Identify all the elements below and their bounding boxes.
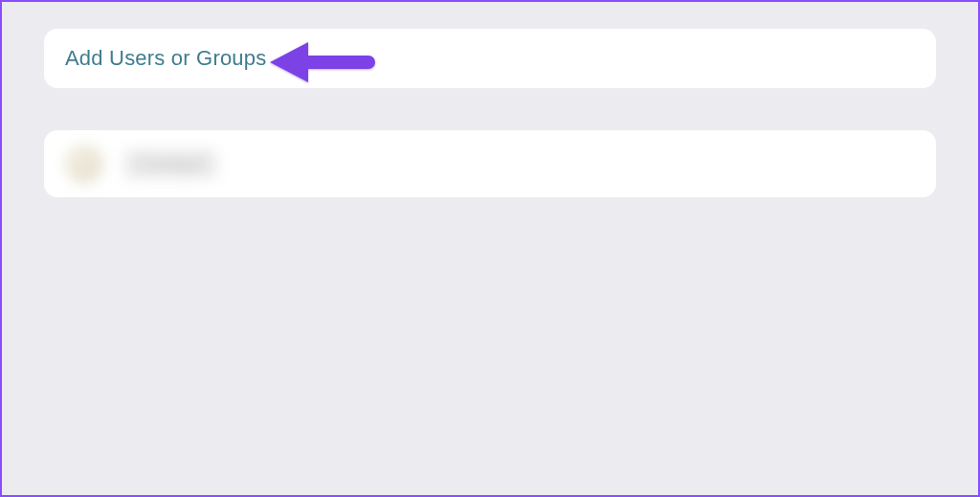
users-list-card: Contact — [44, 130, 936, 197]
avatar — [65, 145, 103, 183]
list-item[interactable]: Contact — [44, 131, 936, 196]
add-users-or-groups-link[interactable]: Add Users or Groups — [65, 46, 266, 71]
list-item-label: Contact — [124, 149, 217, 179]
add-users-card[interactable]: Add Users or Groups — [44, 29, 936, 88]
